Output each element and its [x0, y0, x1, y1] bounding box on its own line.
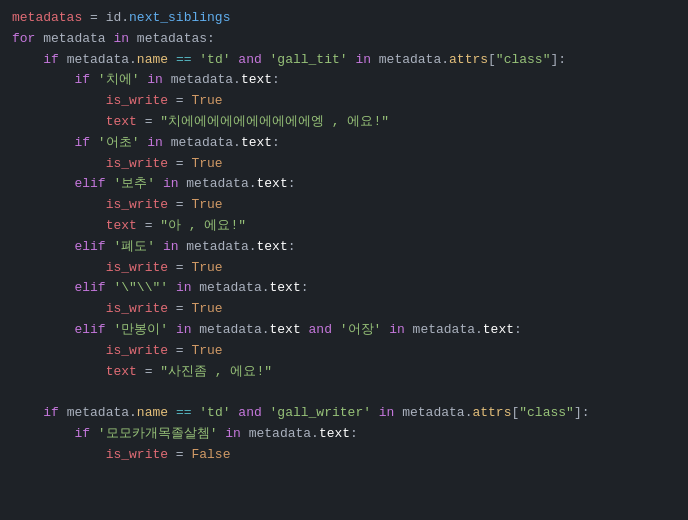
code-line-16: elif '만봉이' in metadata.text and '어장' in …: [12, 320, 676, 341]
code-line-2: for metadata in metadatas:: [12, 29, 676, 50]
code-line-6: text = "치에에에에에에에에에에엥 , 에요!": [12, 112, 676, 133]
code-line-13: is_write = True: [12, 258, 676, 279]
empty-line: [12, 382, 676, 403]
code-line-5: is_write = True: [12, 91, 676, 112]
code-line-17: is_write = True: [12, 341, 676, 362]
token-var: metadatas: [12, 8, 82, 29]
code-line-4: if '치에' in metadata.text:: [12, 70, 676, 91]
code-line-21: if '모모카개목졸살쳄' in metadata.text:: [12, 424, 676, 445]
code-line-14: elif '\"\\"' in metadata.text:: [12, 278, 676, 299]
code-line-1: metadatas = id.next_siblings: [12, 8, 676, 29]
code-line-8: is_write = True: [12, 154, 676, 175]
code-line-10: is_write = True: [12, 195, 676, 216]
code-line-15: is_write = True: [12, 299, 676, 320]
code-line-12: elif '폐도' in metadata.text:: [12, 237, 676, 258]
code-line-20: if metadata.name == 'td' and 'gall_write…: [12, 403, 676, 424]
code-line-18: text = "사진좀 , 에요!": [12, 362, 676, 383]
code-line-9: elif '보추' in metadata.text:: [12, 174, 676, 195]
code-editor: metadatas = id.next_siblings for metadat…: [0, 0, 688, 520]
code-line-22: is_write = False: [12, 445, 676, 466]
code-line-7: if '어초' in metadata.text:: [12, 133, 676, 154]
code-line-3: if metadata.name == 'td' and 'gall_tit' …: [12, 50, 676, 71]
code-line-11: text = "아 , 에요!": [12, 216, 676, 237]
